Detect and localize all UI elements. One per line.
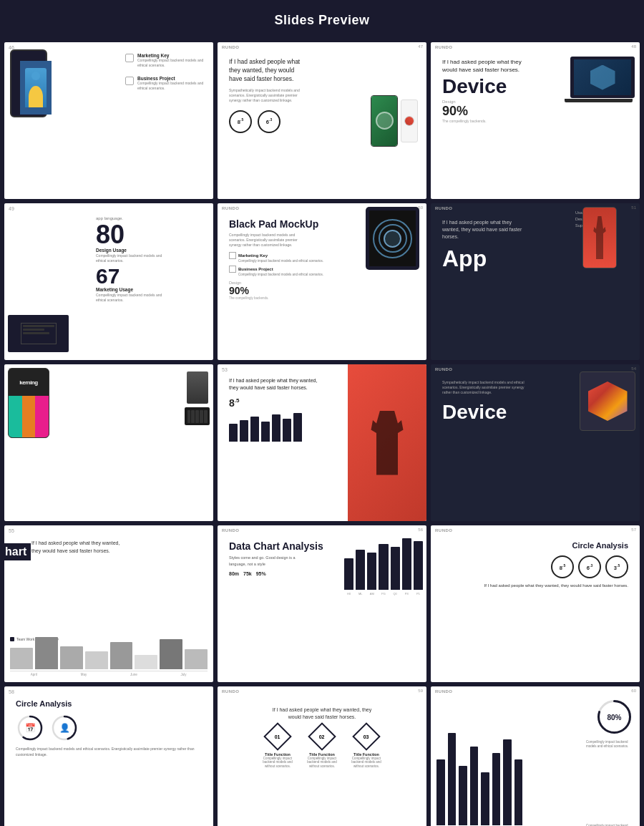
slide-6[interactable]: RUNDO 51 If I had asked people what they… (431, 203, 640, 360)
metric-8: 8.5 (229, 397, 327, 409)
brand-tag-2: RUNDO (222, 45, 240, 49)
slide-14[interactable]: RUNDO 59 If I had asked people what they… (218, 686, 426, 826)
dbar-5-11 (391, 547, 400, 590)
brand-tag-14: RUNDO (222, 689, 240, 694)
slide-10[interactable]: 55 hart If I had asked people what they … (4, 525, 213, 682)
desc-9: Sympathetically impact backend models an… (442, 380, 530, 395)
x-ax-q0: Q0 (391, 592, 400, 596)
phone-area-6 (582, 207, 618, 270)
tablet-area-9 (580, 371, 637, 432)
laptop-base (565, 99, 633, 102)
diamond-1-14: 01 Title Function Compellingly impact ba… (259, 727, 296, 769)
biz-desc-5: Compellingly impact backend models and e… (238, 273, 421, 276)
x-labels-10: April May June July (10, 673, 208, 676)
mkt-icon-5 (229, 252, 236, 259)
phone-device (10, 49, 47, 117)
circles-row-13: 📅 👤 (16, 714, 202, 742)
hand-art-6 (591, 216, 609, 259)
slide-7[interactable]: 52 kerning (4, 364, 213, 521)
desc-small-3: The compellingly backends. (442, 119, 634, 123)
slide-13[interactable]: 58 Circle Analysis 📅 (4, 686, 213, 826)
bar15-4 (470, 747, 479, 825)
circle-analysis-title-13: Circle Analysis (16, 699, 202, 708)
slide-10-content: If I had asked people what they wanted, … (10, 533, 153, 562)
slide-num-8: 53 (222, 367, 228, 372)
slide-15[interactable]: RUNDO 60 80% Compellingly impact backend… (431, 686, 640, 826)
laptop-img-3 (565, 57, 640, 107)
slide-num-9: 54 (631, 366, 636, 371)
info-text-business: Business Project Compellingly impact bac… (137, 76, 208, 90)
x-ax-p8: P8 (402, 592, 411, 596)
page-title: Slides Preview (274, 13, 369, 27)
slide-9[interactable]: RUNDO 54 Sympathetically impact backend … (431, 364, 640, 521)
slide-3[interactable]: RUNDO 48 If I had asked people what they… (431, 42, 640, 199)
diamond-shape-3-14: 03 (352, 722, 381, 751)
slide-12[interactable]: RUNDO 57 Circle Analysis 8.5 6.3 3.5 If … (431, 525, 640, 682)
brand-tag-6: RUNDO (435, 206, 453, 210)
slide-1[interactable]: 46 Marketing Key Compellingly impact bac… (4, 42, 213, 199)
hand-shape-8 (369, 411, 405, 475)
slide-num-3: 48 (631, 44, 636, 49)
sbar-8 (185, 649, 208, 669)
slide-num-15: 60 (631, 689, 636, 693)
desc-11: Styles come and go. Good design is a lan… (229, 555, 297, 567)
stat1-11: 80m (229, 571, 239, 576)
diamond-num-3-14: 03 (364, 734, 369, 739)
slide-4[interactable]: 49 app language. 80 Design Usage Compell… (4, 203, 213, 360)
line1 (23, 325, 54, 327)
phone-dark-6 (582, 207, 617, 268)
desc-15: Compellingly impact backend models and e… (586, 740, 636, 749)
num1-4: 80 (96, 222, 202, 248)
quote-3: If I had asked people what they would ha… (442, 58, 528, 74)
brand-tag-9: RUNDO (435, 367, 453, 371)
tablet-screen-5 (369, 210, 416, 266)
quote-text-2: If I had asked people what they wanted, … (229, 58, 308, 84)
extras-7 (185, 371, 210, 425)
quote-8: If I had asked people what they wanted, … (229, 377, 322, 392)
marketing-icon (125, 54, 134, 62)
slide-12-content: Circle Analysis 8.5 6.3 3.5 If I had ask… (436, 531, 634, 588)
x-ax-pg: PG (379, 592, 388, 596)
diamond-2-14: 02 Title Function Compellingly impact ba… (303, 727, 341, 769)
info-items: Marketing Key Compellingly impact backen… (125, 53, 208, 99)
quote-14: If I had asked people what they wanted, … (268, 706, 376, 721)
slide-11[interactable]: RUNDO 56 Data Chart Analysis Styles come… (218, 525, 426, 682)
icon-inside-1-13: 📅 (25, 723, 36, 733)
circle-analysis-title-12: Circle Analysis (442, 541, 628, 550)
phone-screen (20, 61, 52, 115)
diamond-desc-2-14: Compellingly impact backend models and w… (303, 757, 341, 769)
x-axis-labels-11: H0 ML AM PG Q0 P8 P5 (344, 592, 423, 596)
slide-8-left: If I had asked people what they wanted, … (223, 370, 327, 442)
keys-7 (187, 410, 208, 423)
icon-inside-2-13: 👤 (59, 723, 70, 733)
laptop-area-4 (8, 315, 72, 354)
key (187, 410, 191, 423)
design-row-5: Design 90% The compellingly backends. (229, 281, 421, 300)
label1-4: Design Usage (96, 248, 202, 253)
bar-2 (240, 420, 248, 442)
x-ax-p5: P5 (414, 592, 423, 596)
business-desc: Compellingly impact backend models and e… (137, 81, 208, 90)
brand-tag-5: RUNDO (222, 206, 240, 210)
desc-bottom-5: The compellingly backends. (229, 296, 421, 300)
phone-art-2 (371, 96, 397, 146)
metric-value-1: 8.5 (238, 117, 243, 125)
marketing-title: Marketing Key (137, 53, 208, 58)
info-item-marketing: Marketing Key Compellingly impact backen… (125, 53, 208, 67)
slide-num-4: 49 (9, 206, 14, 211)
sbar-6 (135, 655, 157, 669)
bar-5 (272, 414, 280, 442)
desc-13: Compellingly impact backend models and e… (16, 747, 202, 757)
circle-m3-12: 3.5 (605, 555, 628, 578)
bar-1 (229, 424, 238, 442)
stat3-11: 95% (256, 571, 266, 576)
laptop-screen-art-3 (574, 59, 631, 95)
slide-2[interactable]: RUNDO 47 If I had asked people what they… (218, 42, 426, 199)
slide-5[interactable]: RUNDO 50 Black Pad MockUp Compellingly i… (218, 203, 426, 360)
chart-big-label-10: hart (4, 543, 31, 560)
bar15-2 (448, 733, 457, 825)
phone-icons (404, 107, 415, 135)
slides-grid: 46 Marketing Key Compellingly impact bac… (0, 38, 644, 826)
slide-8[interactable]: 53 If I had asked people what they wante… (218, 364, 426, 521)
percent-circle-15: 80% (595, 697, 634, 737)
